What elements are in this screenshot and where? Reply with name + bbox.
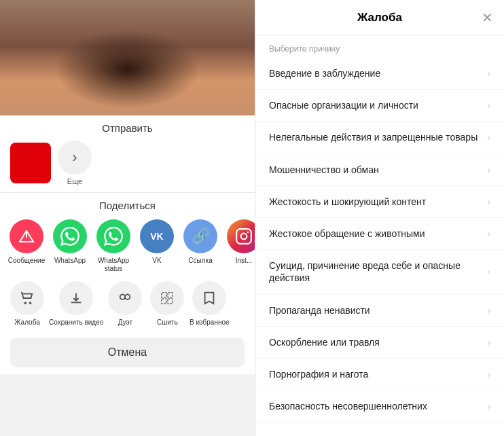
vk-icon: VK: [140, 219, 174, 253]
chevron-icon-8: ›: [487, 337, 490, 348]
action-report[interactable]: Жалоба: [7, 281, 48, 327]
action-save-video-label: Сохранить видео: [49, 319, 103, 327]
more-circle-icon: ›: [58, 141, 92, 175]
menu-item-1[interactable]: Опасные организации и личности ›: [255, 90, 504, 122]
close-button[interactable]: ✕: [482, 11, 493, 24]
chevron-icon-2: ›: [487, 132, 490, 143]
chevron-icon-7: ›: [487, 305, 490, 316]
chevron-icon-4: ›: [487, 196, 490, 207]
app-whatsapp-status-label: WhatsApp status: [94, 257, 133, 273]
svg-rect-12: [168, 293, 173, 297]
app-message[interactable]: Сообщение: [7, 219, 46, 265]
app-link[interactable]: 🔗 Ссылка: [181, 219, 220, 265]
section-label: Выберите причину: [255, 36, 504, 58]
menu-item-text-6: Суицид, причинение вреда себе и опасные …: [269, 259, 487, 284]
app-instagram[interactable]: Inst...: [224, 219, 255, 265]
chevron-icon-6: ›: [487, 266, 490, 277]
svg-point-6: [24, 302, 26, 304]
svg-point-7: [30, 302, 31, 304]
svg-point-3: [241, 234, 247, 240]
message-icon: [10, 219, 43, 253]
chevron-icon-1: ›: [487, 100, 490, 111]
menu-item-text-1: Опасные организации и личности: [269, 99, 487, 111]
menu-item-text-4: Жестокость и шокирующий контент: [269, 196, 487, 208]
divider: [0, 192, 255, 193]
svg-rect-2: [236, 229, 251, 244]
send-row: › Еще: [0, 141, 255, 192]
menu-item-7[interactable]: Пропаганда ненависти ›: [255, 295, 504, 327]
menu-item-text-8: Оскорбление или травля: [269, 336, 487, 348]
apps-row: Сообщение WhatsApp WhatsApp status: [0, 219, 255, 273]
menu-item-5[interactable]: Жестокое обращение с животными ›: [255, 218, 504, 250]
menu-item-0[interactable]: Введение в заблуждение ›: [255, 58, 504, 90]
bottom-actions-row: Жалоба Сохранить видео: [0, 273, 255, 332]
send-thumbnail: [10, 143, 51, 183]
link-icon: 🔗: [183, 219, 217, 253]
left-panel: Отправить › Еще Поделиться Сообщение: [0, 0, 255, 436]
app-message-label: Сообщение: [8, 257, 45, 265]
cancel-button[interactable]: Отмена: [10, 338, 245, 367]
svg-point-10: [125, 295, 130, 299]
menu-item-text-7: Пропаганда ненависти: [269, 304, 487, 316]
app-link-label: Ссылка: [188, 257, 212, 265]
stitch-icon: [150, 281, 184, 315]
menu-item-text-0: Введение в заблуждение: [269, 67, 487, 79]
chevron-icon-3: ›: [487, 164, 490, 175]
chevron-icon-5: ›: [487, 228, 490, 239]
app-whatsapp-status[interactable]: WhatsApp status: [94, 219, 133, 273]
menu-item-10[interactable]: Безопасность несовершеннолетних ›: [255, 390, 504, 422]
chevron-icon-9: ›: [487, 369, 490, 380]
action-favorites[interactable]: В избранное: [189, 281, 230, 327]
menu-item-3[interactable]: Мошенничество и обман ›: [255, 154, 504, 186]
app-instagram-label: Inst...: [236, 257, 252, 265]
menu-item-text-5: Жестокое обращение с животными: [269, 228, 487, 240]
svg-point-4: [247, 232, 249, 234]
chevron-icon-0: ›: [487, 68, 490, 79]
report-icon: [10, 281, 44, 315]
video-preview: [0, 0, 255, 115]
duet-icon: [108, 281, 142, 315]
menu-item-text-3: Мошенничество и обман: [269, 164, 487, 176]
menu-item-2[interactable]: Нелегальные действия и запрещенные товар…: [255, 122, 504, 153]
menu-item-text-10: Безопасность несовершеннолетних: [269, 400, 487, 412]
action-duet-label: Дуэт: [118, 319, 132, 327]
send-title: Отправить: [0, 122, 255, 134]
menu-item-text-2: Нелегальные действия и запрещенные товар…: [269, 131, 487, 143]
menu-item-4[interactable]: Жестокость и шокирующий контент ›: [255, 186, 504, 218]
svg-rect-14: [168, 299, 173, 304]
favorites-icon: [192, 281, 226, 315]
app-whatsapp-label: WhatsApp: [54, 257, 86, 265]
menu-item-6[interactable]: Суицид, причинение вреда себе и опасные …: [255, 250, 504, 294]
menu-item-text-9: Порнография и нагота: [269, 368, 487, 380]
save-video-icon: [59, 281, 93, 315]
share-section: Отправить › Еще Поделиться Сообщение: [0, 115, 255, 374]
svg-line-5: [22, 292, 22, 294]
app-vk-label: VK: [152, 257, 161, 265]
svg-rect-11: [162, 293, 166, 297]
panel-header: Жалоба ✕: [255, 0, 504, 36]
action-report-label: Жалоба: [14, 319, 39, 327]
action-favorites-label: В избранное: [190, 319, 230, 327]
svg-point-9: [120, 295, 125, 299]
whatsapp-status-icon: [96, 219, 130, 253]
more-label: Еще: [67, 177, 82, 185]
right-panel: Жалоба ✕ Выберите причину Введение в заб…: [255, 0, 504, 436]
menu-item-9[interactable]: Порнография и нагота ›: [255, 359, 504, 390]
action-stitch-label: Сшить: [157, 319, 178, 327]
svg-rect-8: [71, 302, 82, 304]
share-title: Поделиться: [0, 200, 255, 211]
action-save-video[interactable]: Сохранить видео: [49, 281, 103, 327]
more-button[interactable]: › Еще: [58, 141, 92, 185]
action-stitch[interactable]: Сшить: [147, 281, 187, 327]
panel-title: Жалоба: [357, 11, 402, 24]
app-whatsapp[interactable]: WhatsApp: [50, 219, 90, 265]
menu-list: Выберите причину Введение в заблуждение …: [255, 36, 504, 436]
action-duet[interactable]: Дуэт: [105, 281, 145, 327]
svg-rect-13: [162, 299, 166, 304]
chevron-icon-10: ›: [487, 401, 490, 412]
menu-item-8[interactable]: Оскорбление или травля ›: [255, 327, 504, 359]
whatsapp-icon: [53, 219, 87, 253]
instagram-icon: [227, 219, 255, 253]
app-vk[interactable]: VK VK: [137, 219, 177, 265]
